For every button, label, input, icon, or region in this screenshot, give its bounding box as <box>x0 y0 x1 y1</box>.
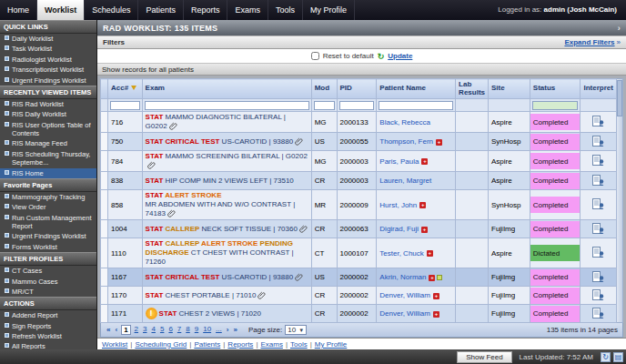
row-selector-cell[interactable] <box>101 112 108 133</box>
page-number-10[interactable]: 10 <box>202 325 212 335</box>
patient-name-link[interactable]: Thompson, Fern <box>379 137 433 146</box>
nav-reports[interactable]: Reports <box>184 0 228 20</box>
column-header-pid[interactable]: PID <box>337 79 377 99</box>
sidebar-item-mammography-tracking[interactable]: Mammography Tracking <box>0 192 96 202</box>
row-selector-cell[interactable] <box>101 190 108 220</box>
interpret-report-icon[interactable] <box>592 155 604 166</box>
row-selector-cell[interactable] <box>101 151 108 172</box>
column-header-lab-results[interactable]: Lab Results <box>456 79 489 99</box>
column-filter-input[interactable] <box>145 101 309 110</box>
column-filter-input[interactable] <box>110 101 140 110</box>
prev-page-button[interactable]: ‹ <box>114 326 118 334</box>
page-number-2[interactable]: 2 <box>134 325 139 335</box>
sidebar-item-ris-home[interactable]: RIS Home <box>0 168 96 178</box>
scrollbar-thumb[interactable] <box>617 80 622 116</box>
nav-home[interactable]: Home <box>0 0 37 20</box>
sidebar-item-refresh-worklist[interactable]: Refresh Worklist <box>0 331 96 341</box>
patient-name-link[interactable]: Black, Rebecca <box>379 118 430 126</box>
sidebar-item-ris-daily-worklist[interactable]: RIS Daily Worklist <box>0 109 96 119</box>
table-row[interactable]: 716STAT MAMMO DIAGNOSTIC BILATERAL | G02… <box>101 112 617 133</box>
column-filter-input[interactable] <box>314 101 335 110</box>
expand-chevron-icon[interactable]: » <box>617 38 621 46</box>
feed-doc-icon[interactable]: ▤ <box>613 352 623 362</box>
patient-alert-icon[interactable]: + <box>427 250 433 257</box>
patient-alert-icon[interactable]: + <box>433 311 439 318</box>
footer-link-worklist[interactable]: Worklist <box>102 340 127 349</box>
sidebar-item-ris-manage-feed[interactable]: RIS Manage Feed <box>0 138 96 148</box>
patient-name-link[interactable]: Hurst, John <box>379 201 417 209</box>
interpret-report-icon[interactable] <box>592 116 604 126</box>
page-number-4[interactable]: 4 <box>150 325 156 335</box>
table-row[interactable]: 1004STAT CALLREP NECK SOFT TISSUE | 7036… <box>101 220 617 238</box>
page-number-1[interactable]: 1 <box>121 325 130 335</box>
sidebar-item-ris-rad-worklist[interactable]: RIS Rad Worklist <box>0 99 96 109</box>
nav-tools[interactable]: Tools <box>268 0 303 20</box>
column-header-mod[interactable]: Mod <box>311 79 337 99</box>
sidebar-item-sign-reports[interactable]: Sign Reports <box>0 321 96 331</box>
first-page-button[interactable]: « <box>106 326 111 334</box>
sidebar-item-addend-report[interactable]: Addend Report <box>0 310 96 320</box>
interpret-report-icon[interactable] <box>592 198 604 209</box>
sidebar-item-daily-worklist[interactable]: Daily Worklist <box>0 34 96 44</box>
page-number-9[interactable]: 9 <box>194 325 199 335</box>
column-filter-input[interactable] <box>339 101 375 110</box>
footer-link-tools[interactable]: Tools <box>290 340 308 349</box>
patient-alert-icon[interactable]: + <box>419 202 426 208</box>
interpret-report-icon[interactable] <box>592 175 604 186</box>
page-size-select[interactable]: 10 ▼ <box>285 325 307 335</box>
feed-refresh-icon[interactable]: ↻ <box>601 352 611 362</box>
sort-filter-icon[interactable] <box>131 86 136 90</box>
row-selector-cell[interactable] <box>101 238 108 268</box>
page-number-8[interactable]: 8 <box>185 325 190 335</box>
nav-worklist[interactable]: Worklist <box>37 0 85 20</box>
footer-link-reports[interactable]: Reports <box>227 340 253 349</box>
table-row[interactable]: 750STAT CRITICAL TEST US-CAROTID | 93880… <box>101 133 617 151</box>
column-header-exam[interactable]: Exam <box>142 79 311 99</box>
row-selector-cell[interactable] <box>101 220 108 238</box>
reset-default-checkbox[interactable] <box>311 52 319 60</box>
patient-name-link[interactable]: Denver, William <box>379 291 430 299</box>
sidebar-item-radiologist-worklist[interactable]: Radiologist Worklist <box>0 55 96 65</box>
critical-alert-icon[interactable]: ! <box>146 308 157 319</box>
patient-alert-icon[interactable]: + <box>433 293 439 299</box>
sidebar-item-mammo-cases[interactable]: Mammo Cases <box>0 277 96 287</box>
column-header-site[interactable]: Site <box>489 79 530 99</box>
status-filter-input[interactable] <box>532 101 579 110</box>
sidebar-item-transcriptionist-worklist[interactable]: Transcriptionist Worklist <box>0 65 96 75</box>
nav-exams[interactable]: Exams <box>227 0 268 20</box>
sidebar-item-task-worklist[interactable]: Task Worklist <box>0 44 96 54</box>
sidebar-item-run-custom-management-report[interactable]: Run Custom Management Report <box>0 213 96 232</box>
row-selector-cell[interactable] <box>101 305 108 323</box>
table-row[interactable]: 1171!STAT CHEST 2 VIEWS | 71020CR2000002… <box>101 305 617 323</box>
column-header-acc-[interactable]: Acc# <box>107 79 142 99</box>
footer-link-my-profile[interactable]: My Profile <box>315 340 348 349</box>
patient-name-link[interactable]: Digirad, Fuji <box>379 225 419 233</box>
sidebar-item-urgent-findings-worklist[interactable]: Urgent Findings Worklist <box>0 76 96 86</box>
nav-patients[interactable]: Patients <box>138 0 184 20</box>
sidebar-item-ris-scheduling-thursday-septembe-[interactable]: RIS Scheduling Thursday, Septembe... <box>0 149 96 168</box>
interpret-report-icon[interactable] <box>592 308 604 318</box>
collapse-arrow-icon[interactable]: › <box>618 24 621 33</box>
paperclip-icon[interactable] <box>147 161 156 170</box>
page-number-3[interactable]: 3 <box>142 325 147 335</box>
patient-name-link[interactable]: Paris, Paula <box>379 157 419 166</box>
paperclip-icon[interactable] <box>257 291 266 300</box>
patient-alert-icon[interactable]: + <box>436 139 442 146</box>
sidebar-item-view-order[interactable]: View Order <box>0 202 96 212</box>
column-filter-input[interactable] <box>379 101 453 110</box>
patient-name-link[interactable]: Denver, William <box>379 309 430 318</box>
table-row[interactable]: 1170STAT CHEST PORTABLE | 71010CR2000002… <box>101 287 617 305</box>
footer-link-exams[interactable]: Exams <box>260 340 282 349</box>
show-feed-button[interactable]: Show Feed <box>457 351 511 363</box>
expand-filters-link[interactable]: Expand Filters <box>564 38 614 46</box>
paperclip-icon[interactable] <box>169 122 177 131</box>
patient-note-icon[interactable] <box>437 275 442 280</box>
page-number-7[interactable]: 7 <box>177 325 182 335</box>
table-scrollbar[interactable] <box>617 78 623 323</box>
column-header-interpret[interactable]: Interpret <box>581 79 617 99</box>
patient-alert-icon[interactable]: + <box>429 275 435 281</box>
sidebar-item-ris-user-options-table-of-contents[interactable]: RIS User Options Table of Contents <box>0 120 96 139</box>
table-row[interactable]: 784STAT MAMMO SCREENING BILATERAL | G020… <box>101 151 617 172</box>
row-selector-cell[interactable] <box>101 133 108 151</box>
page-number-6[interactable]: 6 <box>167 325 173 335</box>
